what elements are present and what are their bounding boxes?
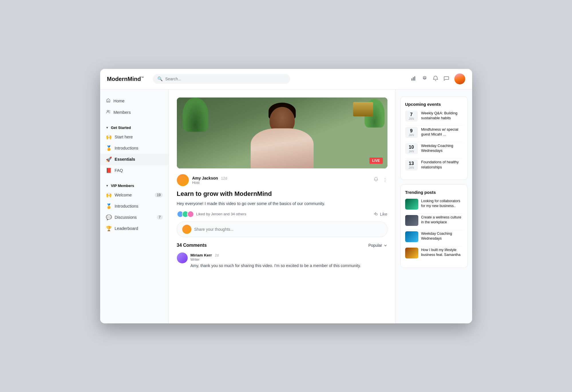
comment-role: Writer [191, 258, 361, 262]
like-button[interactable]: Like [374, 212, 387, 216]
trending-thumb-1 [405, 215, 418, 226]
sidebar-item-faq[interactable]: 📕 FAQ [100, 165, 169, 176]
video-person-group [242, 100, 322, 168]
bell-icon[interactable] [433, 75, 438, 83]
event-date-2: 10 JAN [405, 143, 418, 154]
live-badge: LIVE [369, 158, 383, 164]
comments-section: 34 Comments Popular Miriam Kerr 2d [177, 243, 387, 269]
trending-divider-1 [405, 230, 463, 230]
event-date-num-2: 10 [407, 144, 415, 150]
trending-item-3[interactable]: How I built my lifestyle business feat. … [405, 248, 463, 258]
search-bar[interactable]: 🔍 [153, 74, 290, 84]
logo: ModernMind™ [107, 76, 144, 82]
sidebar-item-discussions-label: Discussions [115, 215, 137, 220]
sidebar-item-introductions-vip[interactable]: 🏅 Introductions [100, 201, 169, 212]
home-icon [106, 98, 111, 104]
trending-item-2[interactable]: Weekday Coaching Wednesdays [405, 231, 463, 242]
post-author-name: Amy Jackson [192, 176, 218, 180]
trending-posts-widget: Trending posts Looking for collaborators… [400, 184, 468, 268]
introductions-vip-icon: 🏅 [106, 203, 112, 209]
chat-icon[interactable] [444, 75, 449, 83]
sidebar-item-welcome[interactable]: 🙌 Welcome 19 [100, 190, 169, 201]
chevron-down-icon-2: ▼ [106, 184, 109, 187]
comments-count: 34 Comments [177, 243, 207, 248]
faq-icon: 📕 [106, 168, 112, 174]
event-date-month-2: JAN [407, 150, 415, 153]
sidebar-item-start-here[interactable]: 🙌 Start here [100, 132, 169, 143]
sidebar: Home Members ▼ Get Started 🙌 Start here … [100, 89, 169, 323]
logo-text: ModernMind [107, 76, 141, 82]
sidebar-item-discussions[interactable]: 💬 Discussions 7 [100, 212, 169, 223]
trending-title-3: How I built my lifestyle business feat. … [421, 248, 463, 257]
chart-icon[interactable] [411, 75, 417, 83]
comment-author-avatar [177, 252, 188, 263]
trending-title-0: Looking for collaborators for my new bus… [421, 199, 463, 208]
comment-input[interactable] [194, 227, 382, 232]
right-sidebar: Upcoming events 7 JAN Weekly Q&A: Buildi… [395, 89, 472, 323]
trending-title-2: Weekday Coaching Wednesdays [421, 231, 463, 241]
event-divider-2 [405, 158, 463, 158]
sidebar-item-introductions-vip-label: Introductions [115, 204, 138, 208]
sidebar-item-members[interactable]: Members [100, 107, 169, 118]
sidebar-item-introductions-gs[interactable]: 🏅 Introductions [100, 143, 169, 154]
discussions-icon: 💬 [106, 214, 112, 220]
sidebar-item-essentials[interactable]: 🚀 Essentials [100, 154, 169, 165]
sidebar-item-members-label: Members [114, 110, 131, 115]
event-date-month-1: JAN [407, 134, 415, 137]
sidebar-item-home[interactable]: Home [100, 95, 169, 107]
comment-time: 2d [215, 253, 219, 257]
event-date-month-0: JAN [407, 117, 415, 120]
members-icon [106, 109, 111, 116]
leaderboard-icon: 🏆 [106, 226, 112, 232]
comment-user-avatar [182, 225, 191, 234]
video-container[interactable]: LIVE [177, 97, 387, 168]
main-layout: Home Members ▼ Get Started 🙌 Start here … [100, 89, 472, 323]
post-body: Hey everyone! I made this video to go ov… [177, 200, 387, 207]
svg-rect-1 [413, 77, 414, 81]
trending-thumb-0 [405, 199, 418, 210]
event-divider-0 [405, 126, 463, 126]
svg-rect-0 [411, 78, 412, 81]
event-title-2: Weekday Coaching Wednesdays [421, 143, 463, 153]
video-bg [177, 97, 387, 168]
sidebar-item-leaderboard[interactable]: 🏆 Leaderboard [100, 223, 169, 234]
bell-post-icon[interactable] [373, 177, 379, 183]
chevron-down-icon: ▼ [106, 126, 109, 129]
comment-author: Miriam Kerr [191, 253, 212, 257]
svg-point-4 [109, 110, 110, 111]
more-icon[interactable]: ⋮ [383, 177, 387, 183]
trending-item-1[interactable]: Create a wellness culture in the workpla… [405, 215, 463, 226]
event-title-3: Foundations of healthy relationships [421, 160, 463, 170]
upcoming-events-widget: Upcoming events 7 JAN Weekly Q&A: Buildi… [400, 96, 468, 180]
sidebar-item-introductions-gs-label: Introductions [115, 146, 138, 150]
section-vip-members-label: VIP Members [111, 184, 134, 188]
trending-thumb-3 [405, 248, 418, 258]
event-item-2[interactable]: 10 JAN Weekday Coaching Wednesdays [405, 143, 463, 154]
like-avatar-3 [187, 211, 194, 218]
post-time: 12d [221, 176, 227, 180]
settings-icon[interactable] [422, 75, 427, 83]
start-here-icon: 🙌 [106, 134, 112, 140]
event-item-1[interactable]: 9 JAN Mindfulness w/ special guest Micah… [405, 127, 463, 138]
logo-sup: ™ [141, 76, 144, 79]
trending-divider-2 [405, 246, 463, 246]
event-item-3[interactable]: 13 JAN Foundations of healthy relationsh… [405, 160, 463, 170]
trending-item-0[interactable]: Looking for collaborators for my new bus… [405, 199, 463, 210]
sidebar-item-leaderboard-label: Leaderboard [115, 226, 138, 231]
user-avatar[interactable] [454, 73, 465, 84]
section-vip-members[interactable]: ▼ VIP Members [100, 180, 169, 190]
event-divider-1 [405, 142, 463, 142]
post-actions: ⋮ [373, 177, 387, 183]
topnav: ModernMind™ 🔍 [100, 69, 472, 89]
search-input[interactable] [165, 77, 286, 81]
section-get-started-label: Get Started [111, 126, 131, 130]
svg-rect-2 [414, 76, 415, 81]
content: LIVE Amy Jackson 12d Host [169, 89, 395, 323]
post-author-info: Amy Jackson 12d Host [192, 176, 370, 185]
section-get-started[interactable]: ▼ Get Started [100, 122, 169, 132]
likes-text: Liked by Jeroen and 34 others [196, 212, 246, 216]
search-icon: 🔍 [157, 76, 163, 81]
event-item-0[interactable]: 7 JAN Weekly Q&A: Building sustainable h… [405, 111, 463, 122]
comment-input-row[interactable] [177, 222, 387, 237]
sort-button[interactable]: Popular [368, 243, 387, 248]
